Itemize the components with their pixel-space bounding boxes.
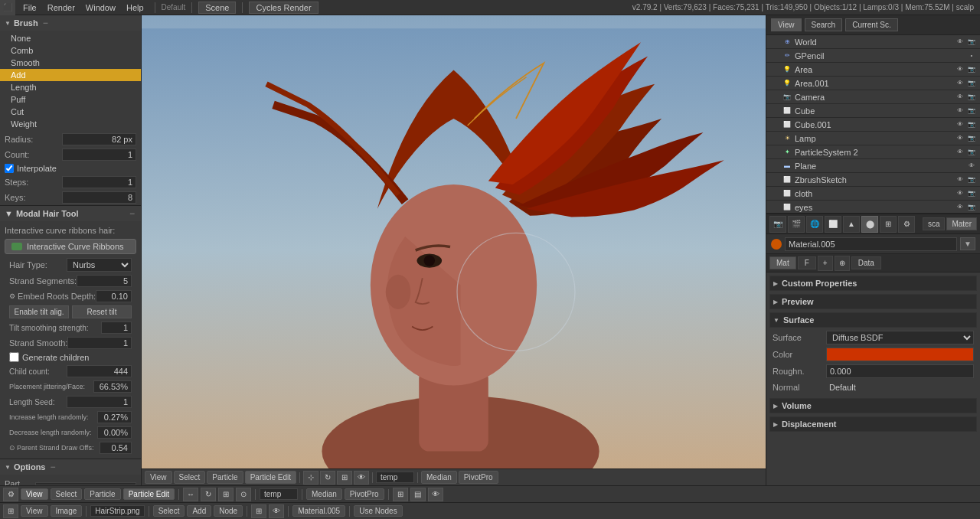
render-icon[interactable]: 📷 <box>966 78 977 89</box>
vis-icon[interactable]: 👁 <box>955 119 965 130</box>
decrease-length-value[interactable]: 0.00% <box>97 426 132 439</box>
temp-text[interactable]: temp <box>260 488 298 500</box>
select-btn[interactable]: Select <box>174 471 206 484</box>
viewport[interactable]: View Select Particle Particle Edit ⊹ ↻ ⊞… <box>142 15 766 485</box>
sub-tab-sca[interactable]: sca <box>923 217 946 230</box>
hair-type-select[interactable]: Nurbs <box>67 258 132 272</box>
outliner-item-camera[interactable]: 📷 Camera 👁 📷 <box>766 90 980 104</box>
outliner-item-cloth[interactable]: ⬜ cloth 👁 📷 <box>766 187 980 201</box>
median-bar-btn[interactable]: Median <box>306 488 342 500</box>
render-icon[interactable]: 📷 <box>966 37 977 47</box>
select-node-btn[interactable]: Select <box>153 505 185 517</box>
particle-edit-bar-btn[interactable]: Particle Edit <box>123 488 175 500</box>
interpolate-checkbox[interactable] <box>5 164 14 173</box>
render-icon[interactable]: 📷 <box>966 92 977 103</box>
length-seed-value[interactable]: 1 <box>67 396 132 408</box>
brush-weight[interactable]: Weight <box>0 118 141 130</box>
outliner-item-cube[interactable]: ⬜ Cube 👁 📷 <box>766 104 980 118</box>
render-icon[interactable]: 📷 <box>966 175 977 185</box>
render-icon[interactable]: 📷 <box>966 64 977 75</box>
vis-icon[interactable]: 👁 <box>955 188 965 199</box>
outliner-tab-view[interactable]: View <box>771 18 802 31</box>
increase-length-value[interactable]: 0.27% <box>97 411 132 423</box>
render-icon[interactable]: 📷 <box>966 133 977 144</box>
add-node-btn[interactable]: Add <box>187 505 211 517</box>
action-add-icon[interactable]: + <box>818 256 833 271</box>
scale-btn[interactable]: ⊞ <box>218 488 234 501</box>
sub-tab-mater[interactable]: Mater <box>946 217 977 230</box>
particle-edit-btn[interactable]: Particle Edit <box>245 471 296 484</box>
brush-minus-btn[interactable]: − <box>41 18 50 28</box>
node-btn[interactable]: Node <box>214 505 243 517</box>
keys-value[interactable]: 8 <box>62 191 136 204</box>
outliner-tab-search[interactable]: Search <box>805 18 843 31</box>
vis-icon[interactable]: 👁 <box>955 78 965 89</box>
outliner-item-world[interactable]: ⊕ World 👁 📷 <box>766 35 980 49</box>
eye-icon-b[interactable]: 👁 <box>428 488 443 501</box>
layers-icon[interactable]: ▤ <box>410 488 426 501</box>
radius-value[interactable]: 82 px <box>62 133 136 145</box>
brush-puff[interactable]: Puff <box>0 93 141 106</box>
render-icon[interactable]: 📷 <box>966 106 977 116</box>
vis-icon[interactable]: 👁 <box>955 202 965 213</box>
menu-render[interactable]: Render <box>43 2 80 14</box>
outliner-item-eyes[interactable]: ⬜ eyes 👁 📷 <box>766 201 980 214</box>
action-tab-data[interactable]: Data <box>851 256 881 269</box>
vis-icon[interactable]: 👁 <box>966 161 977 171</box>
brush-comb[interactable]: Comb <box>0 44 141 57</box>
material-bar-btn[interactable]: Material.005 <box>292 505 345 517</box>
grid-icon-n[interactable]: ⊞ <box>251 504 266 518</box>
pivot-pro-btn[interactable]: PivotPro <box>459 471 498 484</box>
view-btn[interactable]: View <box>145 471 172 484</box>
grid-icon-b[interactable]: ⊞ <box>393 488 408 501</box>
prop-tab-world[interactable]: 🌐 <box>806 216 823 233</box>
action-tab-mat[interactable]: Mat <box>769 256 796 269</box>
image-node-btn[interactable]: Image <box>51 505 83 517</box>
scene-selector[interactable]: Scene <box>198 2 236 14</box>
particle-icon-btn[interactable]: ⚙ <box>3 488 18 501</box>
cursor-icon[interactable]: ⊹ <box>303 471 318 485</box>
placement-jitter-value[interactable]: 66.53% <box>93 380 132 393</box>
interactive-curve-btn[interactable]: Interactive Curve Ribbons <box>5 239 136 254</box>
vis-icon[interactable]: 👁 <box>955 175 965 185</box>
action-tab-f[interactable]: F <box>798 256 816 269</box>
move-icon[interactable]: ↔ <box>183 488 198 501</box>
view-node-btn[interactable]: View <box>21 505 48 517</box>
brush-section-header[interactable]: ▼ Brush − <box>0 15 141 31</box>
parent-strand-value[interactable]: 0.54 <box>100 442 132 454</box>
view-icon[interactable]: 👁 <box>354 471 369 485</box>
vis-icon[interactable]: 👁 <box>955 147 965 158</box>
render-icon[interactable]: 📷 <box>966 119 977 130</box>
enable-tilt-btn[interactable]: Enable tilt alig. <box>9 305 69 318</box>
outliner-item-gpencil[interactable]: ✏ GPencil • <box>766 49 980 63</box>
temp-label[interactable]: temp <box>376 472 414 483</box>
rotate-icon[interactable]: ↻ <box>320 471 335 485</box>
pivotpro-bar-btn[interactable]: PivotPro <box>345 488 384 500</box>
menu-window[interactable]: Window <box>81 2 120 14</box>
outliner-item-area[interactable]: 💡 Area 👁 📷 <box>766 63 980 77</box>
brush-none[interactable]: None <box>0 32 141 44</box>
outliner-item-cube001[interactable]: ⬜ Cube.001 👁 📷 <box>766 118 980 132</box>
view-bar-btn[interactable]: View <box>21 488 48 500</box>
vis-icon[interactable]: 👁 <box>955 133 965 144</box>
vis-icon[interactable]: 👁 <box>955 92 965 103</box>
vis-icon[interactable]: 👁 <box>955 64 965 75</box>
outliner-item-zbrush[interactable]: ⬜ ZbrushSketch 👁 📷 <box>766 173 980 187</box>
magnet-icon[interactable]: ⊙ <box>236 488 251 501</box>
tilt-smooth-value[interactable]: 1 <box>101 322 132 334</box>
brush-cut[interactable]: Cut <box>0 106 141 118</box>
particle-bar-btn[interactable]: Particle <box>84 488 120 500</box>
material-arrow[interactable]: ▼ <box>960 237 975 250</box>
grid-icon[interactable]: ⊞ <box>337 471 352 485</box>
prop-tab-texture[interactable]: ⊞ <box>880 216 897 233</box>
menu-help[interactable]: Help <box>122 2 149 14</box>
outliner-item-plane[interactable]: ▬ Plane 👁 <box>766 159 980 173</box>
steps-value[interactable]: 1 <box>62 176 136 188</box>
surface-header[interactable]: ▼ Surface <box>769 312 977 328</box>
render-icon[interactable]: 📷 <box>966 188 977 199</box>
reset-tilt-btn[interactable]: Reset tilt <box>72 305 132 318</box>
material-name-field[interactable] <box>785 237 957 251</box>
render-icon[interactable]: 📷 <box>966 147 977 158</box>
modal-hair-header[interactable]: ▼ Modal Hair Tool − <box>0 206 141 221</box>
outliner-item-area001[interactable]: 💡 Area.001 👁 📷 <box>766 77 980 90</box>
